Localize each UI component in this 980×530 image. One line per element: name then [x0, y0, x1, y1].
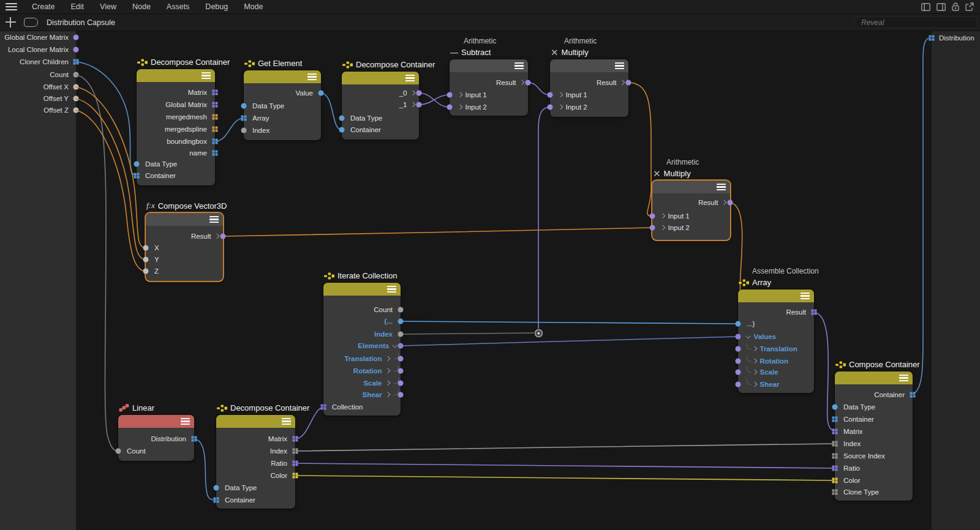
node-arithmetic-subtract[interactable]: —SubtractArithmeticResultInput 1Input 2	[450, 59, 528, 116]
chevron-right-icon[interactable]	[752, 370, 757, 375]
port-assemble-collection-array-translation[interactable]	[736, 346, 741, 352]
node-get-element[interactable]: Get ElementValueData TypeArrayIndex	[244, 70, 321, 140]
node-header[interactable]	[652, 181, 730, 193]
node-graph-canvas[interactable]: Global Cloner MatrixLocal Cloner MatrixC…	[0, 0, 980, 530]
wire-elements-to-values[interactable]	[401, 337, 738, 346]
panel-left-icon[interactable]	[921, 3, 930, 11]
node-header[interactable]	[146, 213, 223, 226]
node-iterate-collection[interactable]: Iterate CollectionCount{...IndexElements…	[323, 283, 401, 416]
node-header[interactable]	[244, 70, 321, 83]
wire-index-to-junction[interactable]	[401, 333, 538, 334]
node-linear[interactable]: LinearDistributionCount	[118, 415, 194, 461]
node-menu-icon[interactable]	[514, 62, 524, 69]
wire-out1-to-subtract-input1[interactable]	[419, 95, 450, 105]
node-menu-icon[interactable]	[405, 75, 415, 81]
port-compose-container-data-type[interactable]	[832, 405, 838, 410]
port-decompose-container-1-name[interactable]	[213, 151, 218, 156]
wire-boundingbox-to-getelement-array[interactable]	[215, 118, 244, 141]
port-compose-container-clone-type[interactable]	[832, 490, 838, 495]
chevron-down-icon[interactable]	[392, 343, 397, 348]
node-compose-vector3d[interactable]: f:xCompose Vector3DResultXYZ	[146, 213, 223, 281]
capsule-icon[interactable]	[24, 18, 38, 27]
port-iterate-collection-port[interactable]	[398, 319, 404, 324]
menu-item-assets[interactable]: Assets	[159, 2, 198, 11]
port-decompose-container-3-data-type[interactable]	[214, 485, 219, 491]
node-menu-icon[interactable]	[282, 418, 291, 425]
chevron-right-icon[interactable]	[385, 392, 390, 397]
node-menu-icon[interactable]	[387, 286, 396, 293]
port-assemble-collection-array-scale[interactable]	[736, 370, 741, 375]
chevron-right-icon[interactable]	[385, 356, 390, 361]
port-iterate-collection-rotation[interactable]	[398, 368, 404, 374]
port-compose-container-matrix[interactable]	[832, 429, 838, 435]
chevron-right-icon[interactable]	[558, 105, 563, 110]
node-menu-icon[interactable]	[717, 184, 726, 190]
port-assemble-collection-array-port[interactable]	[736, 321, 741, 327]
port-decompose-container-1-data-type[interactable]	[134, 162, 140, 167]
node-menu-icon[interactable]	[202, 72, 211, 79]
reveal-search-input[interactable]	[856, 17, 977, 28]
node-arithmetic-multiply-1[interactable]: ✕MultiplyArithmeticResultInput 1Input 2	[550, 59, 628, 117]
node-header[interactable]	[323, 283, 401, 296]
menu-item-view[interactable]: View	[92, 2, 124, 11]
port-iterate-collection-translation[interactable]	[398, 356, 404, 362]
menu-item-node[interactable]: Node	[124, 2, 159, 11]
node-menu-icon[interactable]	[801, 293, 810, 299]
node-header[interactable]	[118, 415, 194, 428]
popout-icon[interactable]	[965, 2, 974, 11]
port-decompose-container-1-matrix[interactable]	[213, 90, 218, 95]
port-compose-vector3d-z[interactable]	[143, 269, 149, 274]
wire-offset-y-to-vec-y[interactable]	[75, 99, 146, 259]
port-arithmetic-subtract-result[interactable]	[526, 80, 531, 86]
chevron-right-icon[interactable]	[721, 200, 726, 205]
node-menu-icon[interactable]	[307, 73, 317, 80]
port-compose-vector3d-y[interactable]	[143, 257, 149, 263]
port-decompose-container-2-data-type[interactable]	[339, 116, 345, 121]
port-decompose-container-3-index[interactable]	[293, 449, 298, 454]
port-compose-vector3d-x[interactable]	[143, 245, 149, 251]
node-decompose-container-1[interactable]: Decompose ContainerMatrixGlobal Matrixme…	[137, 69, 215, 185]
node-header[interactable]	[137, 69, 215, 82]
port-compose-container-container[interactable]	[910, 392, 916, 398]
chevron-right-icon[interactable]	[558, 92, 563, 97]
node-menu-icon[interactable]	[209, 216, 219, 223]
port-get-element-array[interactable]	[241, 116, 247, 121]
port-compose-container-index[interactable]	[832, 441, 838, 447]
wire-compose-container-to-distribution-output[interactable]	[911, 38, 929, 395]
port-iterate-collection-count[interactable]	[398, 307, 404, 313]
chevron-right-icon[interactable]	[458, 105, 462, 110]
port-arithmetic-multiply-1-result[interactable]	[626, 80, 631, 86]
node-decompose-container-2[interactable]: Decompose Container_0_1Data TypeContaine…	[342, 72, 419, 140]
node-menu-icon[interactable]	[181, 418, 190, 425]
chevron-right-icon[interactable]	[619, 80, 624, 85]
port-arithmetic-multiply-1-input-2[interactable]	[548, 105, 553, 110]
wire-decompose3-ratio-to-compose-ratio[interactable]	[295, 463, 835, 468]
port-get-element-value[interactable]	[318, 91, 324, 96]
port-compose-container-container[interactable]	[832, 417, 838, 422]
port-decompose-container-3-matrix[interactable]	[293, 436, 298, 442]
port-arithmetic-multiply-1-input-1[interactable]	[548, 92, 553, 98]
port-assemble-collection-array-rotation[interactable]	[736, 359, 741, 364]
port-decompose-container-1-global-matrix[interactable]	[213, 102, 218, 108]
port-compose-container-source-index[interactable]	[832, 453, 838, 459]
port-get-element-data-type[interactable]	[241, 103, 247, 109]
port-iterate-collection-shear[interactable]	[398, 392, 404, 398]
node-header[interactable]	[342, 72, 419, 84]
menu-item-mode[interactable]: Mode	[236, 2, 271, 11]
port-iterate-collection-collection[interactable]	[321, 405, 326, 410]
node-assemble-collection-array[interactable]: ArrayAssemble CollectionResult...}Values…	[738, 289, 814, 393]
port-iterate-collection-elements[interactable]	[398, 343, 404, 349]
port-decompose-container-3-container[interactable]	[214, 498, 219, 503]
port-decompose-container-1-mergedspline[interactable]	[213, 127, 218, 132]
node-menu-icon[interactable]	[899, 375, 908, 381]
wire-decompose3-color-to-compose-color[interactable]	[295, 476, 835, 480]
port-decompose-container-3-color[interactable]	[293, 473, 298, 479]
wire-vec-result-to-multiply2-input2[interactable]	[223, 228, 652, 236]
wire-brace-out-to-brace-in[interactable]	[401, 321, 738, 324]
chevron-right-icon[interactable]	[660, 225, 665, 230]
node-decompose-container-3[interactable]: Decompose ContainerMatrixIndexRatioColor…	[216, 415, 295, 509]
port-decompose-container-2-1[interactable]	[417, 102, 422, 108]
chevron-right-icon[interactable]	[519, 80, 524, 85]
port-assemble-collection-array-shear[interactable]	[736, 382, 741, 387]
wire-linear-distribution-to-decompose3-container[interactable]	[194, 439, 216, 500]
